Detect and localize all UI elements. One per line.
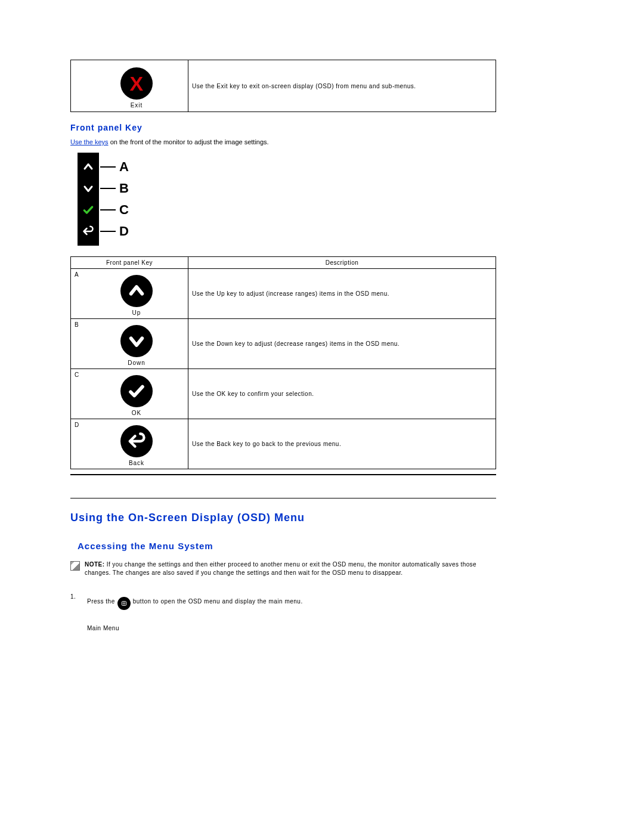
fp-row-iconcell: OK [85, 369, 188, 419]
menu-button-icon [117, 597, 131, 610]
ok-icon-label: OK [89, 410, 184, 416]
up-icon [120, 275, 153, 307]
front-panel-table: Front panel Key Description A Up Use the… [70, 256, 496, 469]
note-label: NOTE: [85, 561, 105, 568]
fp-row-letter: B [71, 319, 86, 369]
note-icon [70, 561, 80, 571]
panel-strip [78, 153, 99, 246]
table-row: C OK Use the OK key to confirm your sele… [71, 369, 496, 419]
step-number: 1. [70, 593, 87, 600]
table-row: D Back Use the Back key to go back to th… [71, 419, 496, 469]
fp-row-iconcell: Up [85, 269, 188, 319]
step-1: 1. Press the button to open the OSD menu… [70, 593, 496, 635]
fp-row-iconcell: Down [85, 319, 188, 369]
back-icon [120, 425, 153, 457]
exit-description: Use the Exit key to exit on-screen displ… [188, 60, 496, 112]
diagram-label-a: A [119, 159, 129, 175]
note-block: NOTE: If you change the settings and the… [70, 561, 496, 577]
exit-icon-label: Exit [89, 102, 184, 109]
fp-row-desc: Use the Up key to adjust (increase range… [188, 269, 496, 319]
table-row: B Down Use the Down key to adjust (decre… [71, 319, 496, 369]
use-the-keys-link[interactable]: Use the keys [70, 138, 109, 145]
fp-th-key: Front panel Key [71, 257, 188, 269]
strip-back-icon [82, 221, 94, 242]
diagram-label-c: C [119, 202, 129, 218]
front-panel-sentence: Use the keys on the front of the monitor… [70, 138, 496, 145]
osd-subheading: Accessing the Menu System [78, 541, 496, 551]
fp-row-letter: C [71, 369, 86, 419]
note-text: NOTE: If you change the settings and the… [85, 561, 496, 577]
diagram-label-b: B [119, 181, 129, 196]
fp-row-desc: Use the Back key to go back to the previ… [188, 419, 496, 469]
x-icon: X [129, 73, 143, 94]
exit-row-letter-cell [71, 60, 86, 112]
main-menu-label: Main Menu [87, 622, 303, 635]
strip-ok-icon [82, 199, 94, 221]
table-row: A Up Use the Up key to adjust (increase … [71, 269, 496, 319]
fp-row-desc: Use the Down key to adjust (decrease ran… [188, 319, 496, 369]
step-text-post: button to open the OSD menu and display … [133, 595, 303, 608]
down-icon-label: Down [89, 360, 184, 366]
osd-heading: Using the On-Screen Display (OSD) Menu [70, 512, 496, 524]
front-panel-sentence-tail: on the front of the monitor to adjust th… [109, 138, 269, 145]
down-icon [120, 325, 153, 357]
strip-up-icon [83, 156, 94, 178]
front-panel-diagram: A B C D [78, 153, 496, 246]
fp-row-letter: D [71, 419, 86, 469]
back-icon-label: Back [89, 460, 184, 466]
exit-icon-cell: X Exit [85, 60, 188, 112]
exit-key-table: X Exit Use the Exit key to exit on-scree… [70, 60, 496, 112]
strip-down-icon [83, 178, 94, 199]
panel-strip-labels: A B C D [100, 156, 129, 242]
exit-icon: X [120, 67, 153, 100]
fp-row-iconcell: Back [85, 419, 188, 469]
note-body: If you change the settings and then eith… [85, 561, 476, 576]
ok-icon [120, 375, 153, 407]
fp-row-desc: Use the OK key to confirm your selection… [188, 369, 496, 419]
svg-rect-0 [122, 602, 126, 606]
front-panel-heading: Front panel Key [70, 123, 496, 132]
diagram-label-d: D [119, 224, 129, 239]
up-icon-label: Up [89, 309, 184, 316]
step-text-pre: Press the [87, 595, 115, 608]
fp-row-letter: A [71, 269, 86, 319]
fp-th-desc: Description [188, 257, 496, 269]
